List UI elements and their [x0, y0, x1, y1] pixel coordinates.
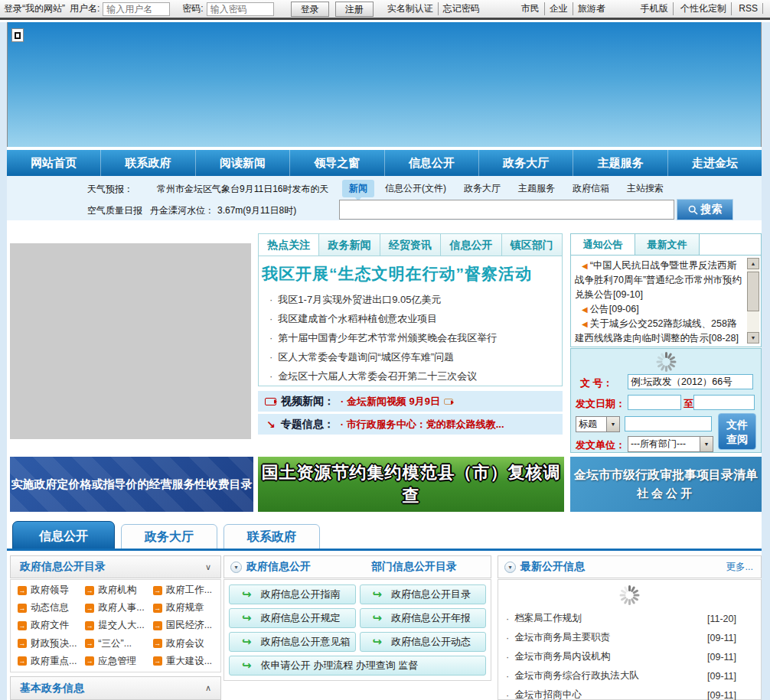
username-label: 用户名: [70, 2, 100, 15]
news-tabs: 热点关注 政务新闻 经贸资讯 信息公开 镇区部门 [259, 234, 562, 256]
open-info-button-apply[interactable]: ↪依申请公开 办理流程 办理查询 监督 [229, 656, 486, 676]
open-info-button-rules[interactable]: ↪政府信息公开规定 [229, 608, 356, 628]
personalize-link[interactable]: 个性化定制 [676, 2, 732, 15]
catalog-header[interactable]: 政府信息公开目录 ∨ [10, 555, 221, 578]
video-news-link[interactable]: · 金坛新闻视频 9月9日 [341, 395, 440, 409]
bullet-icon: · [506, 652, 509, 663]
news-tab-trade[interactable]: 经贸资讯 [380, 234, 441, 256]
news-tab-hot[interactable]: 热点关注 [259, 234, 319, 256]
search-tab-news[interactable]: 新闻 [342, 180, 374, 197]
bottom-tab-contact-gov[interactable]: 联系政府 [223, 524, 320, 549]
catalog-link[interactable]: →政府文件 [18, 619, 85, 632]
news-item[interactable]: ·我区建成首个水稻种植创意农业项目 [269, 309, 551, 328]
forgot-password-link[interactable]: 忘记密码 [439, 2, 485, 15]
bottom-tab-info-disclosure[interactable]: 信息公开 [12, 521, 115, 549]
nav-item-leaders[interactable]: 领导之窗 [290, 150, 384, 176]
open-info-button-suggestion-box[interactable]: ↪政府信息公开意见箱 [229, 632, 356, 652]
banner-admin-approval-list[interactable]: 金坛市市级行政审批事项目录清单 社会公开 [570, 457, 762, 512]
enterprise-link[interactable]: 企业 [545, 2, 573, 15]
catalog-link[interactable]: →政府规章 [153, 601, 220, 614]
news-item[interactable]: ·金坛区十六届人大常委会召开第二十三次会议 [269, 366, 551, 386]
username-input[interactable] [103, 2, 170, 16]
basic-gov-info-header[interactable]: 基本政务信息 ∧ [10, 676, 221, 700]
news-tab-gov[interactable]: 政务新闻 [319, 234, 380, 256]
open-info-button-updates[interactable]: ↪政府信息公开动态 [360, 632, 487, 652]
open-info-button-catalog[interactable]: ↪政府信息公开目录 [360, 584, 487, 604]
realname-auth-link[interactable]: 实名制认证 [383, 2, 439, 15]
search-tab-site[interactable]: 主站搜索 [620, 180, 670, 197]
catalog-link[interactable]: →国民经济... [153, 619, 220, 632]
photo-slideshow-placeholder[interactable] [10, 243, 251, 439]
register-button[interactable]: 注册 [335, 2, 374, 17]
catalog-link[interactable]: →政府机构 [85, 584, 152, 597]
catalog-link[interactable]: →政府领导 [18, 584, 85, 597]
search-tab-theme[interactable]: 主题服务 [511, 180, 562, 197]
date-to-input[interactable] [693, 395, 755, 410]
nav-item-info-disclosure[interactable]: 信息公开 [385, 150, 479, 176]
nav-item-home[interactable]: 网站首页 [7, 150, 101, 176]
bottom-tab-gov-hall[interactable]: 政务大厅 [121, 524, 217, 549]
catalog-link[interactable]: →动态信息 [18, 601, 85, 614]
speaker-icon: ◀ [582, 320, 588, 328]
scrollbar-down-button[interactable]: ▼ [747, 332, 759, 343]
nav-item-about-jintan[interactable]: 走进金坛 [668, 150, 762, 176]
collapse-circle-icon[interactable]: ▾ [504, 562, 516, 573]
site-search-input[interactable] [339, 200, 674, 220]
news-tab-town[interactable]: 镇区部门 [502, 234, 562, 256]
catalog-link[interactable]: →重大建设... [153, 655, 220, 668]
login-button[interactable]: 登录 [291, 2, 329, 17]
rss-link[interactable]: RSS [734, 3, 763, 14]
news-item[interactable]: ·区人大常委会专题询问“城区停车难”问题 [269, 347, 551, 366]
catalog-link[interactable]: →提交人大... [85, 619, 152, 632]
catalog-link[interactable]: →政府重点... [18, 655, 85, 668]
search-button[interactable]: 搜索 [677, 199, 733, 220]
topic-info-link[interactable]: · 市行政服务中心：党的群众路线教... [341, 418, 504, 431]
air-quality-link[interactable]: 空气质量日报 [87, 204, 142, 217]
file-lookup-button[interactable]: 文件查阅 [718, 413, 756, 450]
banner-service-fee-catalog[interactable]: 实施政府定价格或指导价的经营服务性收费目录 [10, 457, 253, 512]
search-tab-info-files[interactable]: 信息公开(文件) [378, 180, 453, 197]
title-field-select[interactable]: 标题 ▼ [576, 416, 620, 432]
nav-item-gov-hall[interactable]: 政务大厅 [479, 150, 573, 176]
title-keyword-input[interactable] [625, 416, 712, 431]
catalog-link[interactable]: →财政预决... [18, 637, 85, 650]
nav-item-read-news[interactable]: 阅读新闻 [196, 150, 290, 176]
notice-tab-latest-docs[interactable]: 最新文件 [635, 234, 700, 255]
bullet-icon: · [506, 614, 509, 624]
weather-text-link[interactable]: 常州市金坛区气象台9月11日16时发布的天 [157, 183, 328, 196]
doc-no-input[interactable] [628, 374, 753, 389]
issuing-dept-select[interactable]: ---所有部门--- ▼ [628, 436, 713, 452]
news-tab-info[interactable]: 信息公开 [441, 234, 501, 256]
collapse-circle-icon[interactable]: ▾ [230, 562, 242, 573]
date-from-input[interactable] [628, 395, 681, 410]
catalog-link[interactable]: →政府会议 [153, 637, 220, 650]
more-link[interactable]: 更多... [726, 561, 753, 574]
news-item[interactable]: ·第十届中国青少年艺术节常州颁奖晚会在我区举行 [269, 328, 551, 347]
nav-item-contact-gov[interactable]: 联系政府 [101, 150, 195, 176]
mobile-version-link[interactable]: 手机版 [636, 2, 674, 15]
notice-tab-announcements[interactable]: 通知公告 [571, 234, 635, 255]
scrollbar-up-button[interactable]: ▲ [747, 258, 759, 269]
chevron-up-icon: ∧ [205, 683, 211, 693]
video-camera-icon [444, 399, 453, 405]
tab-underline-bar [7, 549, 762, 551]
catalog-link[interactable]: →政府人事... [85, 601, 152, 614]
scrollbar-thumb[interactable] [747, 272, 759, 311]
news-item[interactable]: ·我区1-7月实现外贸进出口9.05亿美元 [269, 290, 551, 309]
nav-item-theme-services[interactable]: 主题服务 [573, 150, 667, 176]
open-info-button-annual-report[interactable]: ↪政府信息公开年报 [360, 608, 487, 628]
citizen-link[interactable]: 市民 [517, 2, 545, 15]
search-tab-mailbox[interactable]: 政府信箱 [566, 180, 616, 197]
open-info-button-guide[interactable]: ↪政府信息公开指南 [229, 584, 356, 604]
search-tab-gov-hall[interactable]: 政务大厅 [457, 180, 507, 197]
password-input[interactable] [207, 2, 274, 16]
tourist-link[interactable]: 旅游者 [573, 2, 610, 15]
catalog-link[interactable]: →应急管理 [85, 655, 152, 668]
banner-land-resources-survey[interactable]: 国土资源节约集约模范县（市）复核调查 [258, 457, 564, 512]
green-arrow-icon: ↪ [373, 588, 383, 601]
catalog-link[interactable]: →“三公”... [85, 637, 152, 650]
news-headline[interactable]: 我区开展“生态文明在行动”督察活动 [262, 263, 532, 285]
orange-arrow-icon: → [18, 586, 27, 595]
catalog-link[interactable]: →政府工作... [153, 584, 220, 597]
water-level-value: 3.67m(9月11日8时) [217, 204, 296, 217]
